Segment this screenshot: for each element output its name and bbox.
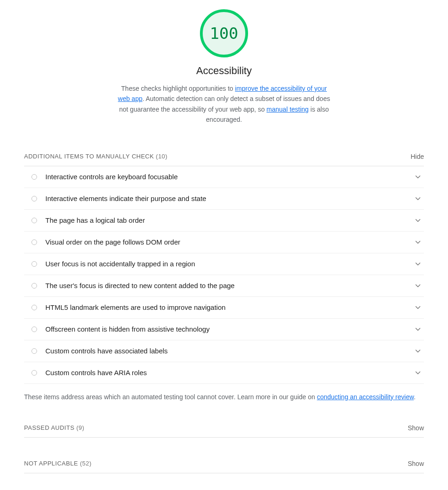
- circle-bullet-icon: [31, 348, 37, 354]
- section-title: Not applicable (52): [24, 460, 92, 467]
- audit-item[interactable]: Offscreen content is hidden from assisti…: [24, 319, 424, 340]
- audit-title: The page has a logical tab order: [45, 216, 414, 224]
- section-footer: These items address areas which an autom…: [24, 384, 424, 402]
- score-gauge[interactable]: 100: [200, 9, 248, 57]
- circle-bullet-icon: [31, 174, 37, 180]
- chevron-down-icon: [414, 195, 422, 203]
- audit-item[interactable]: The page has a logical tab order: [24, 210, 424, 232]
- chevron-down-icon: [414, 282, 422, 290]
- manual-testing-link[interactable]: manual testing: [267, 106, 309, 113]
- category-title: Accessibility: [24, 65, 424, 77]
- section-label: Not applicable: [24, 460, 78, 467]
- audit-item[interactable]: Custom controls have ARIA roles: [24, 362, 424, 384]
- passed-audits-section: Passed audits (9) Show: [24, 424, 424, 438]
- section-header[interactable]: Not applicable (52) Show: [24, 460, 424, 473]
- chevron-down-icon: [414, 303, 422, 312]
- chevron-down-icon: [414, 173, 422, 181]
- category-description: These checks highlight opportunities to …: [118, 83, 330, 125]
- circle-bullet-icon: [31, 283, 37, 289]
- chevron-down-icon: [414, 347, 422, 355]
- chevron-down-icon: [414, 369, 422, 377]
- show-toggle-button[interactable]: Show: [408, 424, 424, 432]
- audit-title: Offscreen content is hidden from assisti…: [45, 325, 414, 333]
- category-header: 100 Accessibility These checks highlight…: [24, 9, 424, 125]
- show-toggle-button[interactable]: Show: [408, 460, 424, 467]
- not-applicable-section: Not applicable (52) Show: [24, 460, 424, 473]
- accessibility-review-link[interactable]: conducting an accessibility review: [317, 393, 414, 401]
- audit-item[interactable]: User focus is not accidentally trapped i…: [24, 253, 424, 275]
- audit-title: The user's focus is directed to new cont…: [45, 282, 414, 289]
- circle-bullet-icon: [31, 218, 37, 223]
- audit-item[interactable]: The user's focus is directed to new cont…: [24, 275, 424, 297]
- audit-title: Interactive elements indicate their purp…: [45, 195, 414, 202]
- section-title: Additional items to manually check (10): [24, 153, 168, 160]
- audit-title: Custom controls have associated labels: [45, 347, 414, 355]
- circle-bullet-icon: [31, 196, 37, 201]
- circle-bullet-icon: [31, 305, 37, 310]
- section-label: Additional items to manually check: [24, 153, 154, 160]
- footer-text: .: [414, 393, 416, 401]
- section-label: Passed audits: [24, 424, 75, 431]
- chevron-down-icon: [414, 260, 422, 268]
- audit-list: Interactive controls are keyboard focusa…: [24, 166, 424, 384]
- footer-text: These items address areas which an autom…: [24, 393, 317, 401]
- desc-text: These checks highlight opportunities to: [121, 85, 235, 92]
- circle-bullet-icon: [31, 261, 37, 267]
- chevron-down-icon: [414, 238, 422, 246]
- section-header[interactable]: Additional items to manually check (10) …: [24, 153, 424, 166]
- chevron-down-icon: [414, 325, 422, 333]
- audit-title: HTML5 landmark elements are used to impr…: [45, 303, 414, 311]
- audit-item[interactable]: Visual order on the page follows DOM ord…: [24, 232, 424, 253]
- section-title: Passed audits (9): [24, 424, 84, 431]
- audit-title: Custom controls have ARIA roles: [45, 369, 414, 377]
- chevron-down-icon: [414, 216, 422, 225]
- hide-toggle-button[interactable]: Hide: [411, 153, 424, 160]
- audit-item[interactable]: HTML5 landmark elements are used to impr…: [24, 297, 424, 319]
- audit-item[interactable]: Custom controls have associated labels: [24, 340, 424, 362]
- audit-title: User focus is not accidentally trapped i…: [45, 260, 414, 268]
- manual-checks-section: Additional items to manually check (10) …: [24, 153, 424, 402]
- audit-title: Interactive controls are keyboard focusa…: [45, 173, 414, 181]
- score-value: 100: [210, 24, 238, 43]
- gauge-wrapper: 100: [24, 9, 424, 57]
- audit-title: Visual order on the page follows DOM ord…: [45, 238, 414, 246]
- audit-item[interactable]: Interactive elements indicate their purp…: [24, 188, 424, 210]
- circle-bullet-icon: [31, 370, 37, 376]
- circle-bullet-icon: [31, 239, 37, 245]
- circle-bullet-icon: [31, 327, 37, 332]
- section-header[interactable]: Passed audits (9) Show: [24, 424, 424, 438]
- section-count: (52): [80, 460, 92, 467]
- section-count: (9): [76, 424, 84, 431]
- report-container: 100 Accessibility These checks highlight…: [0, 9, 448, 473]
- audit-item[interactable]: Interactive controls are keyboard focusa…: [24, 166, 424, 188]
- section-count: (10): [156, 153, 168, 160]
